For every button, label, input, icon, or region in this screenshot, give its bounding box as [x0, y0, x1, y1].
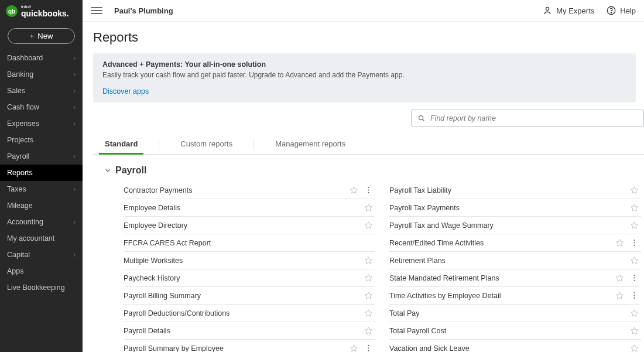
search-row — [93, 110, 644, 127]
more-icon[interactable] — [630, 274, 639, 282]
sidebar-item-mileage[interactable]: Mileage — [0, 197, 83, 214]
more-icon[interactable] — [630, 291, 639, 300]
report-link[interactable]: Payroll Deductions/Contributions — [124, 309, 229, 317]
svg-point-34 — [633, 295, 635, 296]
star-icon[interactable] — [364, 221, 373, 230]
row-actions — [630, 186, 639, 194]
search-input[interactable] — [430, 114, 638, 122]
sidebar-item-apps[interactable]: Apps — [0, 263, 83, 279]
star-icon[interactable] — [630, 256, 639, 265]
tab-custom-reports[interactable]: Custom reports — [180, 135, 232, 154]
report-link[interactable]: Payroll Details — [124, 327, 170, 335]
report-link[interactable]: Payroll Tax Liability — [389, 186, 451, 194]
star-icon[interactable] — [630, 186, 639, 194]
section-header-payroll[interactable]: Payroll — [104, 165, 644, 176]
tab-management-reports[interactable]: Management reports — [275, 135, 345, 154]
company-name: Paul's Plumbing — [114, 6, 173, 15]
report-link[interactable]: Retirement Plans — [389, 257, 446, 265]
star-icon[interactable] — [364, 309, 373, 317]
star-icon[interactable] — [630, 203, 639, 212]
report-link[interactable]: Multiple Worksites — [124, 257, 183, 265]
sidebar-item-label: Live Bookkeeping — [7, 283, 65, 292]
report-link[interactable]: Paycheck History — [124, 274, 180, 282]
star-icon[interactable] — [364, 326, 373, 335]
report-link[interactable]: Payroll Summary by Employee — [124, 344, 224, 352]
my-experts-link[interactable]: My Experts — [542, 5, 594, 16]
sidebar-item-sales[interactable]: Sales› — [0, 83, 83, 99]
report-row: Payroll Details — [124, 322, 375, 340]
search-box[interactable] — [411, 110, 644, 127]
report-row: Payroll Tax Payments — [389, 199, 641, 217]
svg-point-17 — [368, 345, 369, 346]
report-link[interactable]: Contractor Payments — [124, 186, 192, 194]
report-row: Retirement Plans — [389, 252, 641, 269]
qb-logo-icon — [6, 5, 18, 17]
sidebar-item-cash-flow[interactable]: Cash flow› — [0, 99, 83, 115]
sidebar-item-payroll[interactable]: Payroll› — [0, 148, 83, 165]
brand-logo[interactable]: intuit quickbooks. — [0, 0, 83, 25]
new-button[interactable]: + New — [8, 28, 75, 44]
report-link[interactable]: Total Pay — [389, 309, 419, 317]
promo-link[interactable]: Discover apps — [102, 87, 149, 95]
sidebar-item-label: Dashboard — [7, 54, 43, 62]
sidebar-item-label: Capital — [7, 251, 30, 259]
report-link[interactable]: Vacation and Sick Leave — [389, 344, 470, 352]
report-link[interactable]: Recent/Edited Time Activities — [389, 239, 484, 247]
more-icon[interactable] — [630, 238, 639, 247]
star-icon[interactable] — [364, 291, 373, 300]
star-icon[interactable] — [364, 274, 373, 282]
more-icon[interactable] — [364, 186, 373, 194]
star-icon[interactable] — [364, 256, 373, 265]
star-icon[interactable] — [615, 291, 624, 300]
star-icon[interactable] — [364, 203, 373, 212]
report-row: Payroll Billing Summary — [124, 287, 375, 305]
sidebar-item-projects[interactable]: Projects — [0, 132, 83, 148]
report-link[interactable]: Time Activities by Employee Detail — [389, 292, 501, 300]
row-actions — [364, 203, 373, 212]
sidebar-item-capital[interactable]: Capital› — [0, 247, 83, 263]
sidebar-item-taxes[interactable]: Taxes› — [0, 181, 83, 197]
content: Reports Advanced + Payments: Your all-in… — [83, 22, 644, 352]
chevron-right-icon: › — [73, 87, 76, 95]
svg-marker-37 — [631, 327, 638, 334]
tab-standard[interactable]: Standard — [105, 135, 138, 154]
sidebar-item-dashboard[interactable]: Dashboard› — [0, 50, 83, 66]
star-icon[interactable] — [615, 274, 624, 282]
report-link[interactable]: FFCRA CARES Act Report — [124, 239, 211, 247]
star-icon[interactable] — [630, 344, 639, 352]
row-actions — [350, 186, 373, 194]
report-link[interactable]: Payroll Tax Payments — [389, 204, 460, 212]
sidebar-item-label: Apps — [7, 267, 24, 275]
sidebar: intuit quickbooks. + New Dashboard›Banki… — [0, 0, 83, 352]
report-row: Total Payroll Cost — [389, 322, 641, 340]
star-icon[interactable] — [630, 221, 639, 230]
chevron-down-icon — [104, 166, 112, 175]
svg-point-26 — [633, 245, 635, 246]
sidebar-item-banking[interactable]: Banking› — [0, 66, 83, 83]
star-icon[interactable] — [350, 186, 358, 194]
report-link[interactable]: Employee Details — [124, 204, 180, 212]
report-link[interactable]: Total Payroll Cost — [389, 327, 446, 335]
report-link[interactable]: Employee Directory — [124, 221, 187, 230]
star-icon[interactable] — [350, 344, 358, 352]
sidebar-item-label: Cash flow — [7, 103, 39, 111]
star-icon[interactable] — [630, 309, 639, 317]
report-link[interactable]: Payroll Billing Summary — [124, 292, 201, 300]
help-link[interactable]: Help — [606, 5, 636, 16]
sidebar-item-accounting[interactable]: Accounting› — [0, 214, 83, 230]
svg-point-31 — [633, 280, 635, 281]
row-actions — [615, 274, 639, 282]
more-icon[interactable] — [364, 344, 373, 352]
sidebar-item-expenses[interactable]: Expenses› — [0, 115, 83, 132]
promo-banner: Advanced + Payments: Your all-in-one sol… — [93, 53, 636, 102]
star-icon[interactable] — [615, 238, 624, 247]
report-link[interactable]: Payroll Tax and Wage Summary — [389, 221, 494, 230]
sidebar-item-my-accountant[interactable]: My accountant — [0, 230, 83, 247]
report-row: Contractor Payments — [124, 182, 375, 199]
svg-marker-10 — [365, 222, 372, 228]
menu-icon[interactable] — [91, 5, 102, 16]
report-link[interactable]: State Mandated Retirement Plans — [389, 274, 499, 282]
sidebar-item-live-bookkeeping[interactable]: Live Bookkeeping — [0, 279, 83, 296]
sidebar-item-reports[interactable]: Reports — [0, 165, 83, 181]
star-icon[interactable] — [630, 326, 639, 335]
